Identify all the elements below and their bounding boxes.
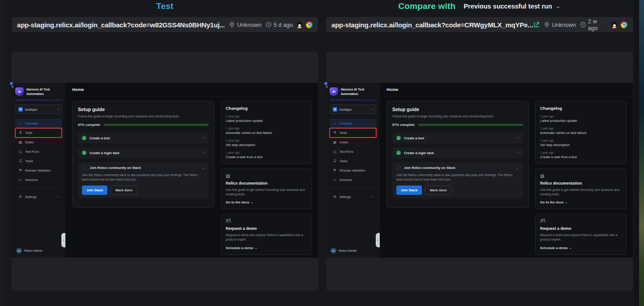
- people-icon: [226, 219, 307, 224]
- go-to-docs-link[interactable]: Go to the docs →: [226, 200, 307, 204]
- project-selector[interactable]: B boutique ›: [15, 104, 62, 114]
- changelog-entry[interactable]: 1 year ago Latest production update: [226, 115, 307, 123]
- entry-time: 1 year ago: [540, 115, 622, 118]
- documentation-description: Use this guide to get started recording …: [226, 188, 307, 197]
- changelog-entry[interactable]: 1 year ago Automatic retries on test fai…: [540, 127, 622, 135]
- schedule-demo-link[interactable]: Schedule a demo →: [540, 246, 622, 250]
- changelog-entry[interactable]: 1 year ago Automatic retries on test fai…: [226, 127, 307, 135]
- entry-time: 1 year ago: [226, 127, 307, 130]
- sidebar-item-sessions[interactable]: ▭ Sessions: [330, 175, 376, 185]
- sidebar-nav: ⌂ Overview ⚗ Tests ▦ Suites ◫ Test Runs …: [330, 119, 376, 185]
- brand-row: AI Harness AI Test Automation: [15, 87, 62, 96]
- cursor-icon: ✕: [11, 85, 14, 88]
- location-label: Unknown: [552, 22, 576, 28]
- sidebar-item-sessions[interactable]: ▭ Sessions: [15, 175, 62, 185]
- step-join-slack[interactable]: Join Relicx community on Slack ⌄ Join th…: [78, 162, 209, 198]
- sidebar-item-test-runs[interactable]: ◫ Test Runs: [15, 147, 62, 156]
- compare-app-mount: ✕ AI Harness AI Test Automation B boutiq…: [326, 83, 633, 258]
- age-meta: 2 w ago: [580, 18, 608, 31]
- sidebar-item-tests[interactable]: ⚗ Tests: [330, 128, 376, 138]
- compare-run-dropdown[interactable]: Previous successful test run ⌄: [464, 3, 560, 10]
- grid-icon: ▦: [333, 140, 337, 144]
- chevron-down-icon: ⌄: [556, 4, 561, 9]
- step-label: Create a login task: [404, 151, 434, 155]
- sidebar-item-suites[interactable]: ▦ Suites: [330, 138, 376, 147]
- harness-logo-icon: AI: [330, 87, 338, 96]
- check-icon: ✓: [82, 151, 86, 155]
- cursor-marker: ✕: [324, 82, 328, 88]
- mark-done-button[interactable]: Mark done: [111, 185, 137, 195]
- sidebar-item-overview[interactable]: ⌂ Overview: [330, 119, 376, 128]
- schedule-demo-link[interactable]: Schedule a demo →: [226, 246, 307, 250]
- chevron-right-icon: ›: [372, 108, 373, 112]
- location-pin-icon: [229, 22, 235, 28]
- columns-icon: ◫: [18, 150, 22, 154]
- user-row[interactable]: RA Relicx Admin: [331, 248, 356, 254]
- request-demo-card: Request a demo Request a demo and explor…: [535, 214, 627, 254]
- location-label: Unknown: [237, 22, 261, 28]
- entry-title: Latest production update: [226, 119, 307, 123]
- changelog-entry[interactable]: 1 year ago Set step description: [540, 139, 622, 147]
- collapse-icon: ‹: [63, 239, 64, 242]
- sidebar-item-test-runs[interactable]: ◫ Test Runs: [330, 147, 376, 156]
- app-main: Home Setup guide Follow this guide to be…: [380, 83, 633, 258]
- sidebar-item-label: Tasks: [25, 159, 33, 163]
- request-demo-card: Request a demo Request a demo and explor…: [221, 214, 312, 254]
- list-icon: ☰: [18, 159, 22, 163]
- external-link-icon[interactable]: [533, 22, 540, 28]
- step-label: Join Relicx community on Slack: [404, 166, 455, 170]
- collapse-icon: ‹: [377, 239, 378, 242]
- mark-done-button[interactable]: Mark done: [425, 185, 452, 195]
- compare-panel: Compare with Previous successful test ru…: [326, 0, 633, 306]
- sidebar-item-release-validation[interactable]: ⚑ Release Validation: [15, 166, 62, 175]
- changelog-entry[interactable]: 1 year ago Latest production update: [540, 115, 622, 123]
- click-indicator-dot: [324, 82, 327, 85]
- step-create-a-test[interactable]: ✓ Create a test ›: [392, 133, 523, 143]
- sidebar-collapse-handle[interactable]: ‹: [61, 233, 65, 247]
- people-icon: [540, 219, 622, 224]
- documentation-card: ▤ Relicx documentation Use this guide to…: [535, 168, 627, 209]
- request-demo-description: Request a demo and explore Relicx's capa…: [540, 233, 622, 242]
- step-create-a-test[interactable]: ✓ Create a test ›: [78, 133, 209, 143]
- url-text: app-staging.relicx.ai/login_callback?cod…: [331, 21, 533, 29]
- changelog-entry[interactable]: 1 year ago Set step description: [226, 139, 307, 147]
- chevron-right-icon: ›: [203, 136, 205, 140]
- sidebar-item-tasks[interactable]: ☰ Tasks: [15, 156, 62, 166]
- test-screenshot-frame: ✕ AI Harness AI Test Automation B boutiq…: [12, 52, 318, 291]
- progress-row: 67% complete: [78, 123, 209, 127]
- entry-title: Set step description: [540, 143, 622, 147]
- chevron-right-icon: ›: [203, 151, 205, 155]
- sidebar-item-release-validation[interactable]: ⚑ Release Validation: [330, 166, 376, 175]
- step-create-a-login-task[interactable]: ✓ Create a login task ›: [392, 147, 523, 158]
- sidebar-item-tasks[interactable]: ☰ Tasks: [330, 156, 376, 166]
- sidebar-collapse-handle[interactable]: ‹: [376, 233, 380, 247]
- user-name: Relicx Admin: [24, 249, 42, 252]
- sidebar-divider: [15, 100, 62, 100]
- sidebar-item-suites[interactable]: ▦ Suites: [15, 138, 62, 147]
- sidebar-item-settings[interactable]: ⚙ Settings ›: [330, 192, 376, 202]
- changelog-entry[interactable]: 1 year ago Create a task from a test: [226, 151, 307, 159]
- step-join-slack[interactable]: Join Relicx community on Slack ⌄ Join th…: [392, 162, 523, 198]
- documentation-card: ▤ Relicx documentation Use this guide to…: [221, 168, 312, 209]
- go-to-docs-link[interactable]: Go to the docs →: [540, 200, 622, 204]
- setup-guide-card: Setup guide Follow this guide to begin r…: [72, 101, 215, 208]
- sidebar-item-tests[interactable]: ⚗ Tests: [15, 128, 62, 138]
- app-sidebar: AI Harness AI Test Automation B boutique…: [12, 83, 65, 258]
- project-selector[interactable]: B boutique ›: [330, 104, 376, 114]
- location-meta: Unknown: [544, 22, 576, 28]
- test-url-bar[interactable]: app-staging.relicx.ai/login_callback?cod…: [12, 17, 318, 32]
- sidebar-item-overview[interactable]: ⌂ Overview: [15, 119, 62, 128]
- sidebar-item-settings[interactable]: ⚙ Settings ›: [15, 192, 62, 202]
- changelog-entry[interactable]: 1 year ago Create a task from a test: [540, 151, 622, 159]
- age-label: 2 w ago: [588, 18, 608, 31]
- step-label: Create a test: [90, 136, 110, 140]
- join-slack-button[interactable]: Join Slack: [396, 185, 422, 195]
- compare-panel-header: Compare with Previous successful test ru…: [326, 0, 633, 12]
- user-row[interactable]: RA Relicx Admin: [16, 248, 42, 254]
- sidebar-item-label: Overview: [339, 122, 352, 125]
- step-create-a-login-task[interactable]: ✓ Create a login task ›: [78, 147, 209, 158]
- cursor-marker: ✕: [10, 82, 14, 88]
- join-slack-button[interactable]: Join Slack: [82, 185, 107, 195]
- harness-logo-icon: AI: [15, 87, 24, 96]
- compare-url-bar[interactable]: app-staging.relicx.ai/login_callback?cod…: [326, 17, 633, 32]
